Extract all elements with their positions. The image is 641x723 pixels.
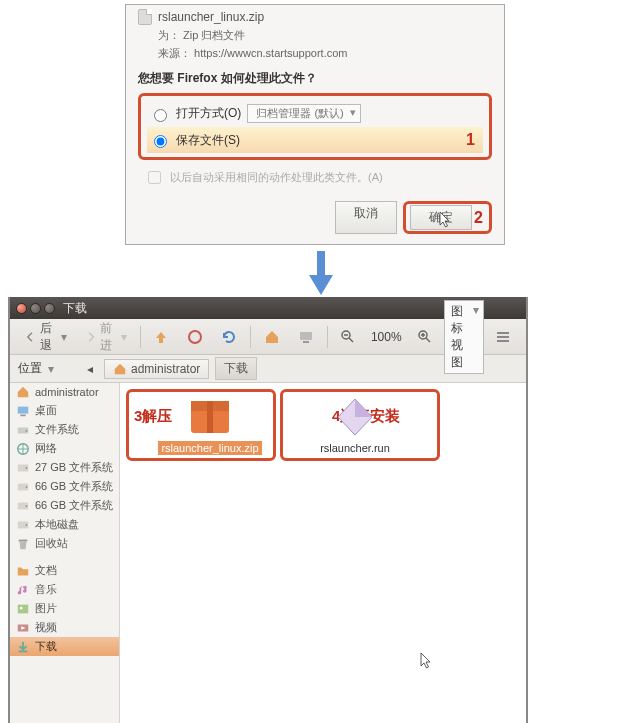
sidebar-item-video[interactable]: 视频 [10, 618, 119, 637]
stop-icon [187, 329, 203, 345]
archive-icon [183, 395, 237, 439]
forward-button[interactable]: 前进 ▾ [78, 316, 134, 358]
sidebar-item-pic[interactable]: 图片 [10, 599, 119, 618]
computer-icon [298, 329, 314, 345]
svg-point-19 [26, 467, 28, 469]
breadcrumb-downloads[interactable]: 下载 [215, 357, 257, 380]
dialog-question: 您想要 Firefox 如何处理此文件？ [138, 70, 492, 87]
file-manager-window: 下载 后退 ▾ 前进 ▾ 100% 图标视图 [8, 297, 528, 723]
auto-action-label: 以后自动采用相同的动作处理此类文件。(A) [170, 170, 383, 185]
sidebar-item-disk[interactable]: 本地磁盘 [10, 515, 119, 534]
video-icon [16, 621, 30, 635]
annotation-marker-1: 1 [466, 131, 481, 149]
open-with-radio[interactable] [154, 109, 167, 122]
breadcrumb-administrator[interactable]: administrator [104, 359, 209, 379]
file-meta: 为： Zip 归档文件 来源： https://wwwcn.startsuppo… [158, 27, 492, 62]
svg-line-4 [349, 338, 353, 342]
back-icon [25, 329, 36, 345]
svg-rect-14 [20, 414, 25, 416]
open-with-row[interactable]: 打开方式(O) 归档管理器 (默认) [147, 100, 483, 127]
file-item-run[interactable]: rslauncher.run [285, 395, 425, 455]
folder-icon [16, 564, 30, 578]
zoom-in-button[interactable] [410, 325, 440, 349]
sidebar-item-desktop[interactable]: 桌面 [10, 401, 119, 420]
list-icon [495, 329, 511, 345]
svg-point-0 [189, 331, 201, 343]
minimize-window-button[interactable] [30, 303, 41, 314]
sidebar-item-disk[interactable]: 27 GB 文件系统 [10, 458, 119, 477]
desktop-icon [16, 404, 30, 418]
home-icon [113, 362, 127, 376]
arrow-down-icon [306, 251, 336, 295]
zoom-out-icon [340, 329, 356, 345]
sidebar-item-drive[interactable]: 文件系统 [10, 420, 119, 439]
save-file-radio[interactable] [154, 135, 167, 148]
svg-point-21 [26, 486, 28, 488]
pic-icon [16, 602, 30, 616]
svg-point-23 [26, 505, 28, 507]
download-icon [16, 640, 30, 654]
list-view-button[interactable] [488, 325, 518, 349]
file-view[interactable]: 3解压 rslauncher_linux.zip 4运行安装 rslaunche… [120, 383, 526, 723]
stop-button[interactable] [180, 325, 210, 349]
sidebar-item-trash[interactable]: 回收站 [10, 534, 119, 553]
sidebar-item-spacer [10, 553, 119, 561]
sidebar-item-music[interactable]: 音乐 [10, 580, 119, 599]
cursor-icon [420, 653, 434, 671]
disk-icon [16, 461, 30, 475]
back-button[interactable]: 后退 ▾ [18, 316, 74, 358]
sidebar-item-home[interactable]: administrator [10, 383, 119, 401]
svg-rect-12 [497, 340, 509, 342]
home-icon [264, 329, 280, 345]
cursor-icon [439, 212, 453, 230]
home-button[interactable] [257, 325, 287, 349]
svg-rect-11 [497, 336, 509, 338]
zoom-in-icon [417, 329, 433, 345]
home-icon [16, 385, 30, 399]
svg-rect-26 [19, 539, 28, 541]
sidebar-item-download[interactable]: 下载 [10, 637, 119, 656]
location-label: 位置 [18, 360, 42, 377]
network-icon [16, 442, 30, 456]
forward-icon [85, 329, 96, 345]
open-with-app-select[interactable]: 归档管理器 (默认) [247, 104, 360, 123]
save-file-row[interactable]: 保存文件(S) 1 [147, 127, 483, 153]
zoom-level: 100% [367, 330, 406, 344]
ok-button[interactable]: 确定 [410, 205, 472, 230]
reload-button[interactable] [214, 325, 244, 349]
svg-point-16 [26, 430, 28, 432]
disk-icon [16, 499, 30, 513]
window-title: 下载 [63, 300, 87, 317]
auto-action-checkbox[interactable] [148, 171, 161, 184]
svg-rect-13 [18, 406, 29, 413]
svg-point-25 [26, 524, 28, 526]
toolbar: 后退 ▾ 前进 ▾ 100% 图标视图 [10, 319, 526, 355]
zoom-out-button[interactable] [333, 325, 363, 349]
cancel-button[interactable]: 取消 [335, 201, 397, 234]
disk-icon [16, 480, 30, 494]
file-row: rslauncher_linux.zip [138, 9, 492, 25]
sidebar-item-disk[interactable]: 66 GB 文件系统 [10, 496, 119, 515]
save-file-label: 保存文件(S) [176, 132, 240, 149]
open-with-label: 打开方式(O) [176, 105, 241, 122]
view-mode-select[interactable]: 图标视图 [444, 300, 484, 374]
sidebar-item-folder[interactable]: 文档 [10, 561, 119, 580]
svg-point-28 [20, 607, 23, 610]
filename: rslauncher_linux.zip [158, 10, 264, 24]
sidebar-item-network[interactable]: 网络 [10, 439, 119, 458]
close-window-button[interactable] [16, 303, 27, 314]
places-sidebar: administrator桌面文件系统网络27 GB 文件系统66 GB 文件系… [10, 383, 120, 723]
music-icon [16, 583, 30, 597]
sidebar-item-disk[interactable]: 66 GB 文件系统 [10, 477, 119, 496]
executable-icon [328, 395, 382, 439]
auto-action-row[interactable]: 以后自动采用相同的动作处理此类文件。(A) [144, 168, 492, 187]
annotation-marker-2: 2 [472, 209, 485, 227]
maximize-window-button[interactable] [44, 303, 55, 314]
annotation-ok-wrap: 确定 2 [403, 201, 492, 234]
up-button[interactable] [146, 325, 176, 349]
drive-icon [16, 423, 30, 437]
path-back-button[interactable]: ◂ [82, 360, 98, 378]
svg-line-7 [426, 338, 430, 342]
file-item-zip[interactable]: rslauncher_linux.zip [140, 395, 280, 455]
computer-button[interactable] [291, 325, 321, 349]
